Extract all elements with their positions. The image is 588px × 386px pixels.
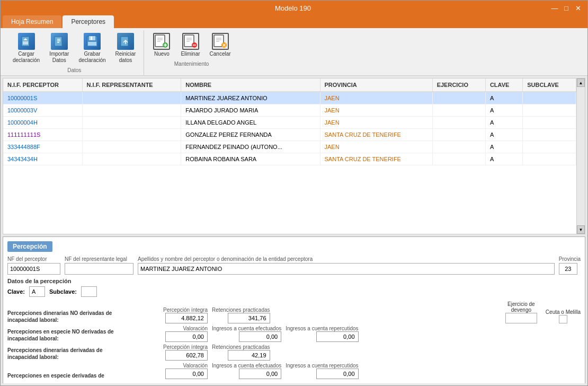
cell-provincia: JAEN [320,117,432,129]
row1-label: Percepciones dinerarias NO derivadas dei… [7,310,156,323]
cell-clave: A [485,104,522,117]
importar-icon [51,33,68,50]
table-row[interactable]: 333444888F FERNANDEZ PEINADO (AUTONO... … [3,141,576,153]
retenciones-field: Retenciones practicadas 341,76 [212,307,270,323]
table-row[interactable]: 10000004H ILLANA DELGADO ANGEL JAEN A [3,117,576,129]
nuevo-button[interactable]: Nuevo [148,30,175,60]
grabar-icon [84,33,101,50]
cell-subclave [523,92,576,104]
cell-clave: A [485,92,522,104]
reiniciar-datos-button[interactable]: Reiniciardatos [112,30,140,66]
importar-label: ImportarDatos [49,51,69,64]
minimize-button[interactable]: — [549,3,560,13]
tab-perceptores[interactable]: Perceptores [63,15,114,28]
perceptores-table: N.I.F. PERCEPTOR N.I.F. REPRESENTANTE NO… [3,78,576,165]
row-especie-si: Percepciones en especie derivadas de Val… [7,363,581,379]
nf-perceptor-input[interactable] [7,263,60,275]
svg-rect-10 [88,42,96,46]
nuevo-icon [153,33,170,50]
nif-link[interactable]: 34343434H [7,156,38,162]
percepcion-integra2-header: Percepción íntegra [163,344,208,350]
table-row[interactable]: 10000003V FAJARDO JURADO MARIA JAEN A [3,104,576,117]
nif-link[interactable]: 10000003V [7,107,37,113]
eliminar-button[interactable]: Eliminar [177,30,203,60]
ingresos-cuenta-value: 0,00 [239,331,281,342]
provincia-field: Provincia [559,256,581,275]
datos-group-label: Datos [67,66,81,75]
grabar-declaracion-button[interactable]: Grabardeclaración [75,30,109,66]
table-row[interactable]: 34343434H ROBAINA ROBAINA SARA SANTA CRU… [3,153,576,165]
valoracion-field: Valoración 0,00 [160,326,208,342]
table-row[interactable]: 10000001S MARTINEZ JUAREZ ANTONIO JAEN A [3,92,576,104]
provincia-input[interactable] [559,263,577,275]
cell-nombre: ROBAINA ROBAINA SARA [181,153,320,165]
importar-datos-button[interactable]: ImportarDatos [46,30,73,66]
cell-nombre: GONZALEZ PEREZ FERNANDA [181,129,320,141]
nif-link[interactable]: 10000001S [7,95,37,101]
col-ejercicio: EJERCICIO [432,78,485,92]
table-scrollbar[interactable]: ▲ ▼ [576,78,585,234]
row3-label: Percepciones dinerarias derivadas deinca… [7,347,156,361]
nf-representante-label: NF del representante legal [65,256,133,262]
ingresos-cuenta2-header: Ingresos a cuenta efectuados [212,363,281,369]
percepcion-box: Percepción NF del perceptor NF del repre… [3,236,585,383]
ingresos-cuenta-field: Ingresos a cuenta efectuados 0,00 [212,326,281,342]
cell-nombre: FERNANDEZ PEINADO (AUTONO... [181,141,320,153]
ingresos-cuenta2-field: Ingresos a cuenta efectuados 0,00 [212,363,281,379]
cell-clave: A [485,129,522,141]
nf-perceptor-label: NF del perceptor [7,256,60,262]
ingresos-repercutidos2-field: Ingresos a cuenta repercutidos 0,00 [286,363,358,379]
retenciones2-field: Retenciones practicadas 42,19 [212,344,270,361]
ingresos-repercutidos2-value: 0,00 [316,369,359,379]
clave-input[interactable] [29,286,45,297]
nif-link[interactable]: 111111111S [7,131,40,138]
col-provincia: PROVINCIA [320,78,432,92]
subclave-label: Subclave: [49,288,77,295]
cell-provincia: SANTA CRUZ DE TENERIFE [320,153,432,165]
valoracion-header: Valoración [183,326,208,331]
ejercicio-devengo-field: Ejercicio dedevengo [505,301,537,323]
valoracion2-value: 0,00 [165,369,208,379]
close-button[interactable]: ✕ [573,3,583,13]
main-content: N.I.F. PERCEPTOR N.I.F. REPRESENTANTE NO… [1,76,587,385]
cell-provincia: JAEN [320,141,432,153]
row-especie-no: Percepciones en especie NO derivadas dei… [7,326,581,342]
tab-hoja-resumen[interactable]: Hoja Resumen [3,15,61,28]
scroll-up-button[interactable]: ▲ [577,78,585,87]
cancelar-label: Cancelar [210,51,231,57]
ingresos-cuenta2-value: 0,00 [239,369,281,379]
cell-clave: A [485,141,522,153]
cargar-declaracion-button[interactable]: Cargardeclaración [9,30,43,66]
nombre-label: Apellidos y nombre del perceptor o denom… [138,256,555,262]
nif-link[interactable]: 333444888F [7,144,40,150]
nif-link[interactable]: 10000004H [7,119,38,126]
ceuta-label: Ceuta o Melilla [546,309,581,315]
cell-provincia: JAEN [320,92,432,104]
cancelar-button[interactable]: Cancelar [206,30,235,60]
scroll-down-button[interactable]: ▼ [577,225,585,234]
ceuta-checkbox[interactable] [559,315,567,323]
col-subclave: SUBCLAVE [523,78,576,92]
maximize-button[interactable]: □ [561,3,572,13]
row-dinerarias-no: Percepciones dinerarias NO derivadas dei… [7,301,581,323]
nf-representante-input[interactable] [65,263,133,275]
title-bar: Modelo 190 — □ ✕ [1,1,587,15]
subclave-input[interactable] [81,286,97,297]
window-title: Modelo 190 [37,4,549,12]
nombre-input[interactable] [138,263,555,275]
grabar-label: Grabardeclaración [78,51,105,64]
clave-label: Clave: [7,288,25,295]
retenciones2-value: 42,19 [228,350,270,361]
scroll-track [577,87,585,225]
cargar-icon [18,33,35,50]
table-row[interactable]: 111111111S GONZALEZ PEREZ FERNANDA SANTA… [3,129,576,141]
cell-clave: A [485,117,522,129]
ribbon-group-mantenimiento: Nuevo Eliminar Cancelar Mantenimiento [144,30,238,75]
nf-perceptor-field: NF del perceptor [7,256,60,275]
provincia-label: Provincia [559,256,581,262]
ejercicio-input[interactable] [505,313,537,323]
detail-panel: Percepción NF del perceptor NF del repre… [3,236,585,383]
percepcion-form-row: NF del perceptor NF del representante le… [7,256,581,275]
cell-provincia: JAEN [320,104,432,117]
col-nif-representante: N.I.F. REPRESENTANTE [82,78,181,92]
